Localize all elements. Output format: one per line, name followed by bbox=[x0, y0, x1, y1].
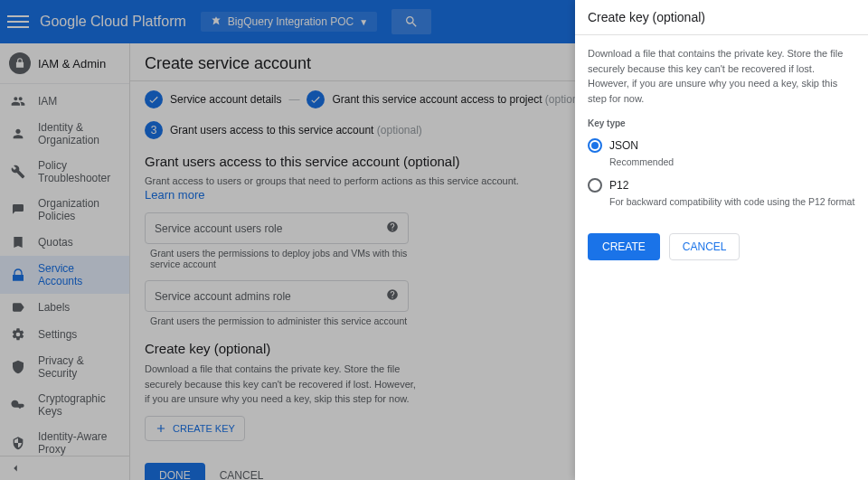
radio-json-label: JSON bbox=[609, 137, 638, 154]
panel-create-button[interactable]: CREATE bbox=[588, 233, 660, 260]
radio-json-help: Recommended bbox=[609, 155, 855, 170]
radio-p12-label: P12 bbox=[609, 177, 628, 193]
panel-desc: Download a file that contains the privat… bbox=[588, 46, 855, 106]
radio-p12[interactable]: P12 bbox=[588, 177, 855, 193]
radio-p12-help: For backward compatibility with code usi… bbox=[609, 195, 855, 210]
radio-icon bbox=[588, 138, 602, 153]
key-type-label: Key type bbox=[588, 117, 855, 130]
radio-icon bbox=[588, 178, 602, 193]
panel-cancel-button[interactable]: CANCEL bbox=[669, 233, 741, 260]
radio-json[interactable]: JSON bbox=[588, 137, 855, 154]
panel-title: Create key (optional) bbox=[575, 0, 868, 35]
create-key-panel: Create key (optional) Download a file th… bbox=[575, 0, 868, 480]
